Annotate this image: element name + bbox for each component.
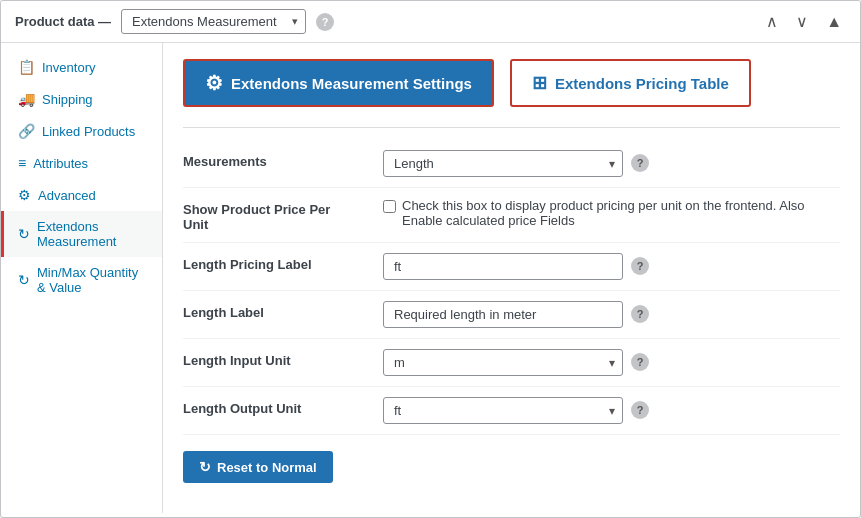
length-output-unit-control: ft m cm ?: [383, 397, 840, 424]
nav-collapse-button[interactable]: ▲: [822, 11, 846, 33]
length-pricing-label: Length Pricing Label: [183, 253, 383, 272]
settings-button-label: Extendons Measurement Settings: [231, 75, 472, 92]
length-input-unit-label: Length Input Unit: [183, 349, 383, 368]
show-price-checkbox[interactable]: [383, 200, 396, 213]
product-type-select[interactable]: Extendons Measurement: [121, 9, 306, 34]
reset-button[interactable]: ↻ Reset to Normal: [183, 451, 333, 483]
length-input-unit-control: m ft cm ?: [383, 349, 840, 376]
length-pricing-help-icon[interactable]: ?: [631, 257, 649, 275]
table-icon: ⊞: [532, 72, 547, 94]
show-price-row: Show Product Price Per Unit Check this b…: [183, 188, 840, 243]
gear-icon: ⚙: [205, 71, 223, 95]
pricing-button-label: Extendons Pricing Table: [555, 75, 729, 92]
length-output-unit-row: Length Output Unit ft m cm ?: [183, 387, 840, 435]
show-price-label: Show Product Price Per Unit: [183, 198, 383, 232]
min-max-icon: ↻: [18, 272, 30, 288]
length-label-label: Length Label: [183, 301, 383, 320]
length-label-control: ?: [383, 301, 840, 328]
product-data-header: Product data — Extendons Measurement ▾ ?…: [1, 1, 860, 43]
length-output-unit-help-icon[interactable]: ?: [631, 401, 649, 419]
extendons-measurement-icon: ↻: [18, 226, 30, 242]
inventory-icon: 📋: [18, 59, 35, 75]
product-data-label: Product data —: [15, 14, 111, 29]
header-help-icon[interactable]: ?: [316, 13, 334, 31]
length-output-unit-label: Length Output Unit: [183, 397, 383, 416]
measurements-label: Mesurements: [183, 150, 383, 169]
length-output-unit-select[interactable]: ft m cm: [383, 397, 623, 424]
length-input-unit-select[interactable]: m ft cm: [383, 349, 623, 376]
reset-button-label: Reset to Normal: [217, 460, 317, 475]
sidebar-item-inventory[interactable]: 📋 Inventory: [1, 51, 162, 83]
product-type-select-wrap: Extendons Measurement ▾: [121, 9, 306, 34]
measurements-control: Length Width Height ?: [383, 150, 840, 177]
nav-down-button[interactable]: ∨: [792, 10, 812, 33]
checkbox-row: Check this box to display product pricin…: [383, 198, 840, 228]
measurements-help-icon[interactable]: ?: [631, 154, 649, 172]
sidebar: 📋 Inventory 🚚 Shipping 🔗 Linked Products…: [1, 43, 163, 513]
sidebar-item-extendons-label: Extendons Measurement: [37, 219, 148, 249]
advanced-icon: ⚙: [18, 187, 31, 203]
settings-button[interactable]: ⚙ Extendons Measurement Settings: [183, 59, 494, 107]
sidebar-item-min-max[interactable]: ↻ Min/Max Quantity & Value: [1, 257, 162, 303]
product-data-panel: Product data — Extendons Measurement ▾ ?…: [0, 0, 861, 518]
shipping-icon: 🚚: [18, 91, 35, 107]
top-buttons: ⚙ Extendons Measurement Settings ⊞ Exten…: [183, 59, 840, 107]
sidebar-item-shipping-label: Shipping: [42, 92, 93, 107]
length-input-unit-select-wrap: m ft cm: [383, 349, 623, 376]
sidebar-item-min-max-label: Min/Max Quantity & Value: [37, 265, 148, 295]
length-label-row: Length Label ?: [183, 291, 840, 339]
length-label-input[interactable]: [383, 301, 623, 328]
measurements-select-wrap: Length Width Height: [383, 150, 623, 177]
length-pricing-label-row: Length Pricing Label ?: [183, 243, 840, 291]
sidebar-item-linked-products-label: Linked Products: [42, 124, 135, 139]
reset-icon: ↻: [199, 459, 211, 475]
measurements-row: Mesurements Length Width Height ?: [183, 140, 840, 188]
linked-products-icon: 🔗: [18, 123, 35, 139]
sidebar-item-advanced[interactable]: ⚙ Advanced: [1, 179, 162, 211]
pricing-table-button[interactable]: ⊞ Extendons Pricing Table: [510, 59, 751, 107]
sidebar-item-attributes-label: Attributes: [33, 156, 88, 171]
attributes-icon: ≡: [18, 155, 26, 171]
show-price-description: Check this box to display product pricin…: [402, 198, 840, 228]
sidebar-item-inventory-label: Inventory: [42, 60, 95, 75]
length-output-unit-select-wrap: ft m cm: [383, 397, 623, 424]
length-pricing-control: ?: [383, 253, 840, 280]
sidebar-item-attributes[interactable]: ≡ Attributes: [1, 147, 162, 179]
sidebar-item-linked-products[interactable]: 🔗 Linked Products: [1, 115, 162, 147]
length-label-help-icon[interactable]: ?: [631, 305, 649, 323]
form-section: Mesurements Length Width Height ?: [183, 127, 840, 483]
show-price-control: Check this box to display product pricin…: [383, 198, 840, 228]
length-input-unit-help-icon[interactable]: ?: [631, 353, 649, 371]
nav-up-button[interactable]: ∧: [762, 10, 782, 33]
sidebar-item-shipping[interactable]: 🚚 Shipping: [1, 83, 162, 115]
measurements-select[interactable]: Length Width Height: [383, 150, 623, 177]
main-layout: 📋 Inventory 🚚 Shipping 🔗 Linked Products…: [1, 43, 860, 513]
sidebar-item-advanced-label: Advanced: [38, 188, 96, 203]
sidebar-item-extendons-measurement[interactable]: ↻ Extendons Measurement: [1, 211, 162, 257]
length-pricing-input[interactable]: [383, 253, 623, 280]
length-input-unit-row: Length Input Unit m ft cm ?: [183, 339, 840, 387]
content-area: ⚙ Extendons Measurement Settings ⊞ Exten…: [163, 43, 860, 513]
